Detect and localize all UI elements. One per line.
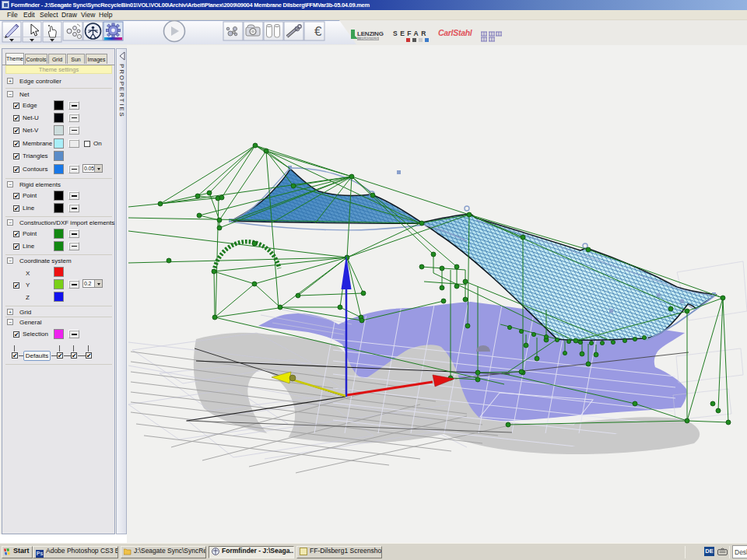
svg-text:SEFAR: SEFAR <box>393 30 429 37</box>
svg-text:CarlStahl: CarlStahl <box>438 28 473 37</box>
svg-text:PLASTICS: PLASTICS <box>361 37 378 40</box>
svg-text:€: € <box>314 24 322 39</box>
